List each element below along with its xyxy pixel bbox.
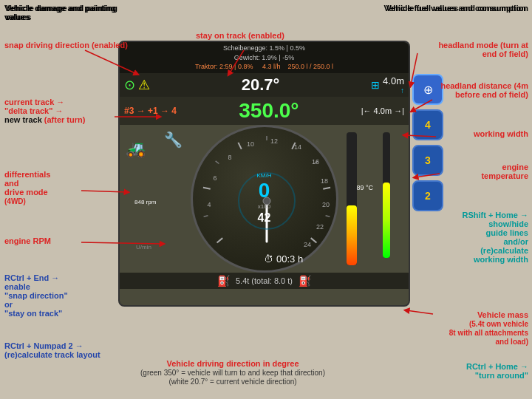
svg-line-4 — [238, 143, 241, 149]
speed-display: KM/H 0 x100 42 — [257, 172, 272, 225]
track-row: #3 → +1 → 4 350.0° |← 4.0m →| — [120, 97, 409, 125]
umin-label: U/min — [136, 244, 151, 250]
gewicht-stat: Gewicht: 1.9% | -5% — [123, 53, 406, 63]
button-2-label: 2 — [425, 190, 431, 202]
snap-icon: ⊙ — [124, 77, 135, 93]
temp-value: 89 °C — [356, 184, 373, 191]
headland-mode-annotation: headland mode (turn at end of field) — [432, 41, 528, 58]
traktor-stat: Traktor: 2:59 | 0.8% 4.3 l/h 250.0 l / 2… — [123, 62, 406, 72]
clock-display: ⏱ 00:3 h — [264, 253, 303, 265]
svg-text:8: 8 — [228, 154, 231, 161]
svg-text:20: 20 — [321, 201, 329, 208]
mass-bar: ⛽ 5.4t (total: 8.0 t) ⛽ — [120, 273, 409, 289]
svg-line-10 — [310, 238, 316, 242]
speed-number: 42 — [257, 211, 272, 225]
speed-unit-label: KM/H — [257, 172, 272, 179]
rshift-home-annotation: RShift + Home →show/hideguide linesand/o… — [429, 211, 528, 264]
svg-line-1 — [203, 216, 208, 216]
snap-driving-annotation: snap driving direction (enabled) — [4, 41, 128, 50]
svg-text:16: 16 — [311, 158, 318, 166]
vehicle-mass-annotation: Vehicle mass (5.4t own vehicle8t with al… — [429, 310, 528, 346]
headland-bar-fill — [383, 183, 390, 258]
speed-zero-display: 0 — [257, 179, 272, 202]
headland-bar — [383, 132, 390, 258]
button-3-label: 3 — [425, 154, 431, 166]
current-track-annotation: current track → "delta track" → new trac… — [4, 98, 85, 124]
damage-heading: Vehicle damage and painting values — [4, 4, 123, 21]
fuel-icon: ⛽ — [217, 275, 230, 287]
tractor-mini: 🚜 — [126, 140, 146, 159]
rctrl-numpad-annotation: RCtrl + Numpad 2 →(re)calculate track la… — [4, 341, 100, 359]
dashboard-panel: Scheibenegge: 1.5% | 0.5% Gewicht: 1.9% … — [118, 41, 410, 307]
button-4-label: 4 — [425, 119, 431, 131]
track-label: #3 → +1 → 4 — [124, 106, 177, 116]
svg-text:10: 10 — [246, 140, 253, 148]
track-width-display: |← 4.0m →| — [361, 106, 404, 115]
svg-line-8 — [323, 187, 330, 188]
track-icon: ⚠ — [138, 77, 150, 93]
mass-display: 5.4t (total: 8.0 t) — [236, 276, 293, 285]
vehicle-direction-annotation: Vehicle driving direction in degree (gre… — [129, 359, 336, 386]
speedometer-gauge: 4 6 8 10 12 14 16 18 20 22 24 KM/H 0 — [191, 125, 338, 273]
scheibenegge-stat: Scheibenegge: 1.5% | 0.5% — [123, 44, 406, 53]
vehicle-stats-bar: Scheibenegge: 1.5% | 0.5% Gewicht: 1.9% … — [120, 42, 409, 73]
svg-text:22: 22 — [316, 223, 323, 231]
speedometer-area: 🚜 🔧 — [120, 125, 409, 273]
headland-icon: ⊞ — [371, 79, 380, 91]
rctrl-end-annotation: RCtrl + End →enable"snap direction"or"st… — [4, 273, 68, 318]
working-width-annotation: working width — [474, 129, 528, 138]
rpm-display: 848 rpm — [134, 199, 156, 205]
svg-text:12: 12 — [270, 137, 277, 145]
svg-text:6: 6 — [213, 174, 216, 182]
button-2[interactable]: 2 — [412, 180, 443, 211]
headland-distance-annotation: headland distance (4m before end of fiel… — [432, 81, 528, 99]
working-width-display: 4.0m ↑ — [383, 75, 404, 95]
engine-rpm-annotation: engine RPM — [4, 236, 51, 245]
svg-line-9 — [325, 216, 330, 216]
svg-text:14: 14 — [293, 143, 301, 151]
differentials-annotation: differentialsanddrive mode (4WD) — [4, 170, 50, 205]
svg-text:18: 18 — [320, 177, 327, 185]
stay-on-track-annotation: stay on track (enabled) — [196, 31, 284, 40]
button-3[interactable]: 3 — [412, 145, 443, 176]
green-direction-display: 350.0° — [180, 99, 358, 123]
status-row: ⊙ ⚠ 20.7° ⊞ 4.0m ↑ — [120, 73, 409, 97]
wrench-icon: 🔧 — [164, 131, 183, 149]
svg-text:24: 24 — [303, 241, 310, 248]
fuel-heading: Vehicle fuel values and consumption — [381, 4, 528, 13]
working-width-up-arrow: ↑ — [383, 86, 404, 95]
svg-line-2 — [202, 187, 210, 188]
engine-temp-annotation: enginetemperature — [481, 163, 528, 180]
rctrl-home-annotation: RCtrl + Home →"turn around" — [466, 362, 528, 380]
temp-bar — [347, 132, 357, 265]
svg-line-3 — [215, 161, 219, 164]
speed-x100: x100 — [258, 203, 270, 210]
svg-text:4: 4 — [207, 201, 211, 208]
white-angle-display: 20.7° — [153, 75, 368, 95]
svg-line-0 — [216, 238, 222, 242]
button-4[interactable]: 4 — [412, 109, 443, 140]
temp-bar-fill — [347, 205, 357, 265]
fuel-right-icon: ⛽ — [299, 275, 311, 287]
